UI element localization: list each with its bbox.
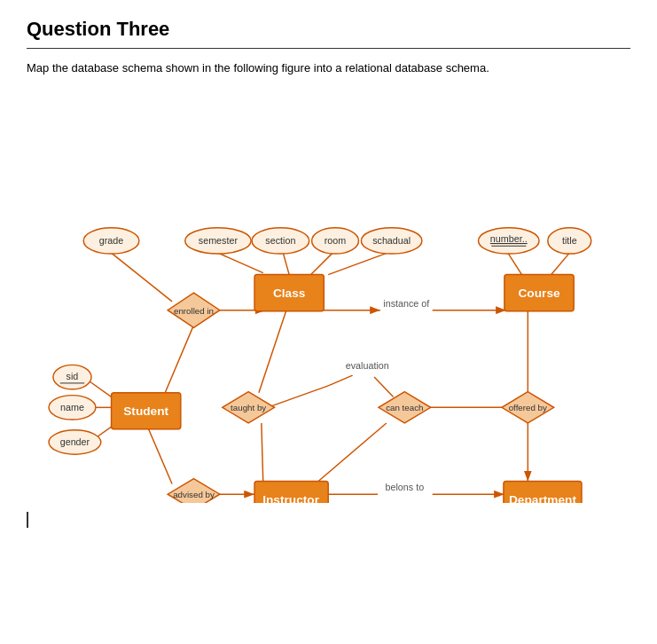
svg-line-17 <box>262 422 263 483</box>
svg-text:Department: Department <box>509 492 576 502</box>
svg-text:section: section <box>265 235 295 246</box>
svg-line-8 <box>551 253 570 274</box>
svg-line-7 <box>508 253 522 274</box>
svg-line-18 <box>316 422 387 483</box>
svg-line-5 <box>311 253 332 274</box>
svg-text:room: room <box>325 235 347 246</box>
er-diagram: Class Course Student Instructor Departme… <box>27 95 647 503</box>
svg-text:enrolled in: enrolled in <box>174 305 214 315</box>
svg-line-4 <box>283 253 289 274</box>
svg-text:can teach: can teach <box>386 403 423 412</box>
cursor <box>27 512 28 528</box>
svg-text:advised by: advised by <box>173 490 215 499</box>
svg-text:instance of: instance of <box>383 297 429 308</box>
svg-text:taught by: taught by <box>231 403 266 412</box>
svg-text:evaluation: evaluation <box>346 360 389 371</box>
svg-line-13 <box>259 301 289 392</box>
svg-text:Student: Student <box>123 404 168 418</box>
svg-text:belons to: belons to <box>386 482 425 492</box>
svg-line-2 <box>112 253 173 302</box>
svg-line-6 <box>328 253 387 274</box>
description: Map the database schema shown in the fol… <box>27 59 630 77</box>
svg-line-14 <box>268 385 329 406</box>
svg-text:grade: grade <box>99 235 124 246</box>
svg-text:gender: gender <box>60 436 90 447</box>
svg-text:title: title <box>562 235 577 246</box>
svg-text:number..: number.. <box>490 233 528 244</box>
svg-text:name: name <box>60 402 84 412</box>
svg-text:sid: sid <box>66 371 79 381</box>
svg-text:Instructor: Instructor <box>262 492 320 502</box>
svg-text:schadual: schadual <box>372 235 411 246</box>
svg-line-3 <box>218 253 263 273</box>
page-title: Question Three <box>27 18 630 41</box>
svg-line-15 <box>328 375 352 386</box>
svg-text:semester: semester <box>199 235 239 246</box>
svg-line-16 <box>374 377 394 397</box>
svg-text:Class: Class <box>273 287 306 300</box>
svg-text:Course: Course <box>518 287 560 300</box>
svg-line-10 <box>165 325 193 392</box>
svg-text:offered by: offered by <box>509 403 547 412</box>
svg-line-22 <box>146 422 172 483</box>
